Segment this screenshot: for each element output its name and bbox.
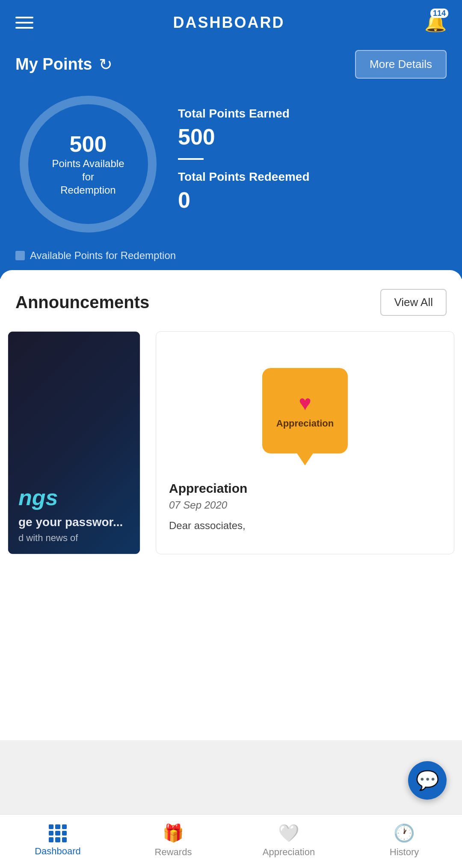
points-section: My Points ↻ More Details 500 Points Avai… bbox=[0, 41, 462, 279]
menu-button[interactable] bbox=[15, 17, 33, 29]
circle-points-value: 500 bbox=[52, 131, 124, 157]
heart-icon: ♥ bbox=[299, 392, 311, 414]
appreciation-card-title: Appreciation bbox=[169, 481, 441, 496]
appreciation-image-area: ♥ Appreciation bbox=[169, 344, 441, 473]
dark-card-label: ge your passwor... bbox=[18, 515, 130, 529]
announcements-cards: ngs ge your passwor... d with news of ♥ … bbox=[0, 331, 462, 554]
page-title: DASHBOARD bbox=[173, 14, 285, 32]
appreciation-icon: 🤍 bbox=[278, 823, 299, 843]
nav-appreciation[interactable]: 🤍 Appreciation bbox=[231, 823, 346, 858]
total-redeemed-value: 0 bbox=[178, 187, 447, 213]
speech-bubble: ♥ Appreciation bbox=[262, 368, 348, 453]
view-all-button[interactable]: View All bbox=[380, 289, 447, 316]
total-earned-value: 500 bbox=[178, 124, 447, 150]
announcements-header: Announcements View All bbox=[15, 289, 447, 316]
nav-dashboard[interactable]: Dashboard bbox=[0, 824, 116, 857]
circle-points-label: Points Available forRedemption bbox=[52, 158, 124, 196]
bottom-navigation: Dashboard 🎁 Rewards 🤍 Appreciation 🕐 His… bbox=[0, 814, 462, 868]
notification-badge: 114 bbox=[430, 9, 448, 18]
bubble-label: Appreciation bbox=[276, 418, 334, 429]
appreciation-card-inner: ♥ Appreciation Appreciation 07 Sep 2020 … bbox=[156, 332, 454, 546]
announcement-card-appreciation[interactable]: ♥ Appreciation Appreciation 07 Sep 2020 … bbox=[156, 331, 454, 554]
dashboard-icon bbox=[49, 824, 67, 842]
appreciation-card-text: Dear associates, bbox=[169, 518, 441, 533]
dark-card-subtext: d with news of bbox=[18, 533, 130, 544]
points-content: 500 Points Available forRedemption Total… bbox=[15, 91, 447, 237]
my-points-label: My Points bbox=[15, 55, 92, 74]
announcements-title: Announcements bbox=[15, 293, 149, 312]
announcement-card-dark[interactable]: ngs ge your passwor... d with news of bbox=[8, 331, 140, 554]
my-points-left: My Points ↻ bbox=[15, 55, 113, 74]
nav-appreciation-label: Appreciation bbox=[263, 847, 315, 858]
chat-icon: 💬 bbox=[416, 769, 439, 791]
nav-history-label: History bbox=[390, 847, 419, 858]
dark-card-highlight: ngs bbox=[18, 485, 58, 510]
total-earned-label: Total Points Earned bbox=[178, 107, 447, 121]
main-content: Announcements View All ngs ge your passw… bbox=[0, 270, 462, 740]
history-icon: 🕐 bbox=[394, 823, 415, 843]
my-points-header: My Points ↻ More Details bbox=[15, 50, 447, 79]
dark-card-content: ngs ge your passwor... d with news of bbox=[8, 332, 140, 554]
nav-history[interactable]: 🕐 History bbox=[346, 823, 462, 858]
circle-text: 500 Points Available forRedemption bbox=[52, 131, 124, 197]
points-stats: Total Points Earned 500 Total Points Red… bbox=[178, 107, 447, 221]
nav-rewards[interactable]: 🎁 Rewards bbox=[116, 823, 231, 858]
app-header: DASHBOARD 🔔 114 bbox=[0, 0, 462, 41]
points-legend: Available Points for Redemption bbox=[15, 250, 447, 262]
appreciation-card-date: 07 Sep 2020 bbox=[169, 499, 441, 511]
chat-fab-button[interactable]: 💬 bbox=[408, 761, 447, 800]
rewards-icon: 🎁 bbox=[163, 823, 184, 843]
total-redeemed-label: Total Points Redeemed bbox=[178, 170, 447, 184]
legend-box bbox=[15, 251, 25, 260]
legend-text: Available Points for Redemption bbox=[30, 250, 176, 262]
notification-button[interactable]: 🔔 114 bbox=[424, 12, 447, 33]
nav-dashboard-label: Dashboard bbox=[35, 846, 81, 857]
more-details-button[interactable]: More Details bbox=[355, 50, 447, 79]
stat-divider bbox=[178, 158, 204, 160]
refresh-icon[interactable]: ↻ bbox=[99, 55, 113, 74]
nav-rewards-label: Rewards bbox=[155, 847, 192, 858]
points-circle: 500 Points Available forRedemption bbox=[15, 91, 161, 237]
